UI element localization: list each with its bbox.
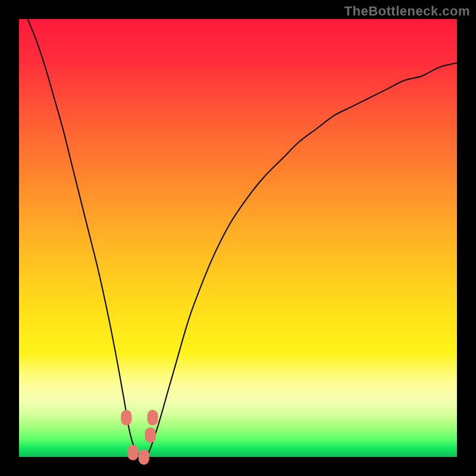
plot-gradient-background xyxy=(19,19,457,457)
chart-frame: TheBottleneck.com xyxy=(0,0,476,476)
attribution-label: TheBottleneck.com xyxy=(345,4,470,19)
